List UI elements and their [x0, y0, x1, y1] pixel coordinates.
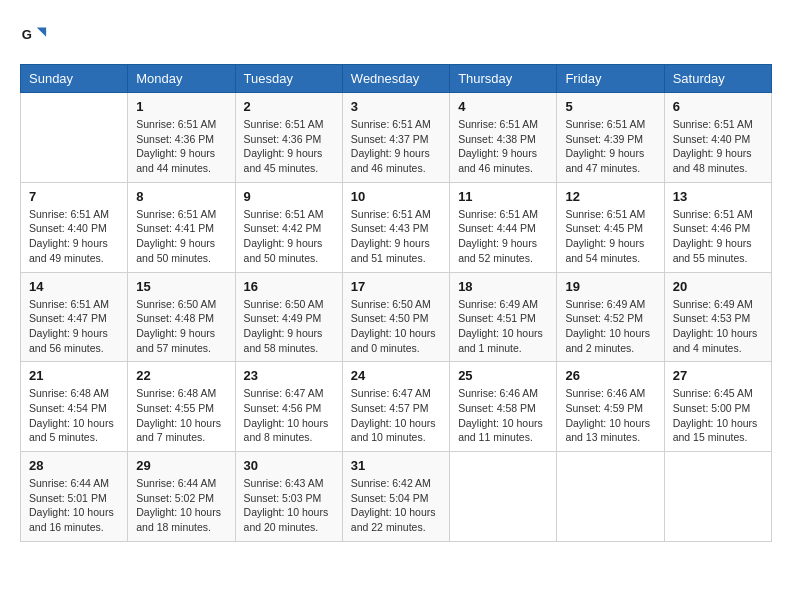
- calendar-table: SundayMondayTuesdayWednesdayThursdayFrid…: [20, 64, 772, 542]
- weekday-header: Tuesday: [235, 65, 342, 93]
- day-info: Sunrise: 6:46 AM Sunset: 4:59 PM Dayligh…: [565, 386, 655, 445]
- calendar-week-row: 21Sunrise: 6:48 AM Sunset: 4:54 PM Dayli…: [21, 362, 772, 452]
- day-info: Sunrise: 6:48 AM Sunset: 4:55 PM Dayligh…: [136, 386, 226, 445]
- calendar-cell: [664, 452, 771, 542]
- day-number: 28: [29, 458, 119, 473]
- weekday-header: Monday: [128, 65, 235, 93]
- calendar-cell: 30Sunrise: 6:43 AM Sunset: 5:03 PM Dayli…: [235, 452, 342, 542]
- weekday-header: Saturday: [664, 65, 771, 93]
- day-info: Sunrise: 6:51 AM Sunset: 4:36 PM Dayligh…: [244, 117, 334, 176]
- calendar-cell: 18Sunrise: 6:49 AM Sunset: 4:51 PM Dayli…: [450, 272, 557, 362]
- day-number: 16: [244, 279, 334, 294]
- calendar-week-row: 14Sunrise: 6:51 AM Sunset: 4:47 PM Dayli…: [21, 272, 772, 362]
- day-info: Sunrise: 6:51 AM Sunset: 4:46 PM Dayligh…: [673, 207, 763, 266]
- day-number: 30: [244, 458, 334, 473]
- day-info: Sunrise: 6:51 AM Sunset: 4:37 PM Dayligh…: [351, 117, 441, 176]
- logo: G: [20, 20, 52, 48]
- day-number: 6: [673, 99, 763, 114]
- day-info: Sunrise: 6:51 AM Sunset: 4:40 PM Dayligh…: [673, 117, 763, 176]
- calendar-cell: 12Sunrise: 6:51 AM Sunset: 4:45 PM Dayli…: [557, 182, 664, 272]
- day-number: 5: [565, 99, 655, 114]
- day-info: Sunrise: 6:51 AM Sunset: 4:47 PM Dayligh…: [29, 297, 119, 356]
- day-number: 29: [136, 458, 226, 473]
- day-number: 9: [244, 189, 334, 204]
- day-number: 21: [29, 368, 119, 383]
- day-info: Sunrise: 6:42 AM Sunset: 5:04 PM Dayligh…: [351, 476, 441, 535]
- calendar-cell: 22Sunrise: 6:48 AM Sunset: 4:55 PM Dayli…: [128, 362, 235, 452]
- calendar-cell: 10Sunrise: 6:51 AM Sunset: 4:43 PM Dayli…: [342, 182, 449, 272]
- day-info: Sunrise: 6:51 AM Sunset: 4:42 PM Dayligh…: [244, 207, 334, 266]
- calendar-week-row: 1Sunrise: 6:51 AM Sunset: 4:36 PM Daylig…: [21, 93, 772, 183]
- day-info: Sunrise: 6:47 AM Sunset: 4:57 PM Dayligh…: [351, 386, 441, 445]
- day-number: 7: [29, 189, 119, 204]
- calendar-cell: 26Sunrise: 6:46 AM Sunset: 4:59 PM Dayli…: [557, 362, 664, 452]
- calendar-cell: 11Sunrise: 6:51 AM Sunset: 4:44 PM Dayli…: [450, 182, 557, 272]
- day-info: Sunrise: 6:47 AM Sunset: 4:56 PM Dayligh…: [244, 386, 334, 445]
- day-info: Sunrise: 6:43 AM Sunset: 5:03 PM Dayligh…: [244, 476, 334, 535]
- calendar-header: SundayMondayTuesdayWednesdayThursdayFrid…: [21, 65, 772, 93]
- day-info: Sunrise: 6:50 AM Sunset: 4:48 PM Dayligh…: [136, 297, 226, 356]
- day-number: 12: [565, 189, 655, 204]
- day-info: Sunrise: 6:45 AM Sunset: 5:00 PM Dayligh…: [673, 386, 763, 445]
- calendar-cell: 3Sunrise: 6:51 AM Sunset: 4:37 PM Daylig…: [342, 93, 449, 183]
- day-info: Sunrise: 6:51 AM Sunset: 4:44 PM Dayligh…: [458, 207, 548, 266]
- weekday-header: Thursday: [450, 65, 557, 93]
- logo-icon: G: [20, 20, 48, 48]
- calendar-cell: 4Sunrise: 6:51 AM Sunset: 4:38 PM Daylig…: [450, 93, 557, 183]
- day-info: Sunrise: 6:51 AM Sunset: 4:41 PM Dayligh…: [136, 207, 226, 266]
- calendar-cell: 16Sunrise: 6:50 AM Sunset: 4:49 PM Dayli…: [235, 272, 342, 362]
- calendar-week-row: 7Sunrise: 6:51 AM Sunset: 4:40 PM Daylig…: [21, 182, 772, 272]
- day-number: 4: [458, 99, 548, 114]
- day-number: 8: [136, 189, 226, 204]
- calendar-cell: 28Sunrise: 6:44 AM Sunset: 5:01 PM Dayli…: [21, 452, 128, 542]
- day-number: 18: [458, 279, 548, 294]
- day-number: 15: [136, 279, 226, 294]
- day-number: 25: [458, 368, 548, 383]
- day-number: 17: [351, 279, 441, 294]
- weekday-header: Sunday: [21, 65, 128, 93]
- day-info: Sunrise: 6:49 AM Sunset: 4:53 PM Dayligh…: [673, 297, 763, 356]
- svg-marker-1: [37, 27, 46, 36]
- calendar-cell: [21, 93, 128, 183]
- calendar-cell: 14Sunrise: 6:51 AM Sunset: 4:47 PM Dayli…: [21, 272, 128, 362]
- day-number: 23: [244, 368, 334, 383]
- day-number: 22: [136, 368, 226, 383]
- day-info: Sunrise: 6:49 AM Sunset: 4:52 PM Dayligh…: [565, 297, 655, 356]
- calendar-cell: 27Sunrise: 6:45 AM Sunset: 5:00 PM Dayli…: [664, 362, 771, 452]
- calendar-cell: 29Sunrise: 6:44 AM Sunset: 5:02 PM Dayli…: [128, 452, 235, 542]
- day-number: 14: [29, 279, 119, 294]
- calendar-cell: 1Sunrise: 6:51 AM Sunset: 4:36 PM Daylig…: [128, 93, 235, 183]
- day-number: 2: [244, 99, 334, 114]
- svg-text:G: G: [22, 27, 32, 42]
- day-number: 26: [565, 368, 655, 383]
- calendar-cell: 2Sunrise: 6:51 AM Sunset: 4:36 PM Daylig…: [235, 93, 342, 183]
- calendar-cell: 25Sunrise: 6:46 AM Sunset: 4:58 PM Dayli…: [450, 362, 557, 452]
- calendar-cell: 8Sunrise: 6:51 AM Sunset: 4:41 PM Daylig…: [128, 182, 235, 272]
- day-info: Sunrise: 6:51 AM Sunset: 4:45 PM Dayligh…: [565, 207, 655, 266]
- weekday-header: Friday: [557, 65, 664, 93]
- day-info: Sunrise: 6:51 AM Sunset: 4:36 PM Dayligh…: [136, 117, 226, 176]
- calendar-cell: 21Sunrise: 6:48 AM Sunset: 4:54 PM Dayli…: [21, 362, 128, 452]
- page-header: G: [20, 20, 772, 48]
- calendar-cell: [557, 452, 664, 542]
- day-info: Sunrise: 6:50 AM Sunset: 4:49 PM Dayligh…: [244, 297, 334, 356]
- day-number: 24: [351, 368, 441, 383]
- day-number: 11: [458, 189, 548, 204]
- day-number: 20: [673, 279, 763, 294]
- day-info: Sunrise: 6:51 AM Sunset: 4:43 PM Dayligh…: [351, 207, 441, 266]
- day-info: Sunrise: 6:51 AM Sunset: 4:40 PM Dayligh…: [29, 207, 119, 266]
- day-number: 13: [673, 189, 763, 204]
- day-info: Sunrise: 6:44 AM Sunset: 5:01 PM Dayligh…: [29, 476, 119, 535]
- day-info: Sunrise: 6:44 AM Sunset: 5:02 PM Dayligh…: [136, 476, 226, 535]
- calendar-cell: 19Sunrise: 6:49 AM Sunset: 4:52 PM Dayli…: [557, 272, 664, 362]
- calendar-cell: 23Sunrise: 6:47 AM Sunset: 4:56 PM Dayli…: [235, 362, 342, 452]
- day-info: Sunrise: 6:51 AM Sunset: 4:38 PM Dayligh…: [458, 117, 548, 176]
- calendar-cell: [450, 452, 557, 542]
- calendar-cell: 24Sunrise: 6:47 AM Sunset: 4:57 PM Dayli…: [342, 362, 449, 452]
- weekday-header: Wednesday: [342, 65, 449, 93]
- day-number: 27: [673, 368, 763, 383]
- calendar-cell: 9Sunrise: 6:51 AM Sunset: 4:42 PM Daylig…: [235, 182, 342, 272]
- calendar-week-row: 28Sunrise: 6:44 AM Sunset: 5:01 PM Dayli…: [21, 452, 772, 542]
- calendar-cell: 20Sunrise: 6:49 AM Sunset: 4:53 PM Dayli…: [664, 272, 771, 362]
- day-info: Sunrise: 6:48 AM Sunset: 4:54 PM Dayligh…: [29, 386, 119, 445]
